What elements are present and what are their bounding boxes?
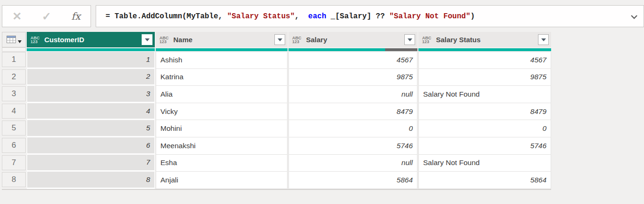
column-header-label: Salary bbox=[306, 36, 327, 44]
formula-action-box: ✕ ✓ fx bbox=[2, 5, 91, 27]
row-number[interactable]: 1 bbox=[2, 52, 26, 69]
quality-bar-name bbox=[156, 48, 288, 51]
cell-salary[interactable]: 9875 bbox=[288, 69, 417, 86]
datatype-123: 123 bbox=[159, 40, 167, 44]
filter-chevron-icon bbox=[408, 38, 412, 41]
table-bottom-edge bbox=[2, 189, 551, 190]
cell-salary-status[interactable]: 0 bbox=[418, 120, 551, 137]
cell-salary[interactable]: null bbox=[288, 86, 417, 103]
datatype-any-icon[interactable]: ABC123 bbox=[292, 36, 302, 44]
table-row: 7 7 Esha null Salary Not Found bbox=[2, 155, 551, 172]
cell-name[interactable]: Katrina bbox=[156, 69, 288, 86]
row-number[interactable]: 3 bbox=[2, 86, 26, 103]
formula-input[interactable]: = Table.AddColumn(MyTable, "Salary Statu… bbox=[96, 5, 644, 27]
cell-salary[interactable]: 4567 bbox=[288, 52, 417, 69]
cell-customerid[interactable]: 6 bbox=[27, 137, 155, 155]
column-header-salary-status[interactable]: ABC123 Salary Status bbox=[418, 32, 551, 47]
filter-chevron-icon bbox=[541, 38, 546, 41]
table-menu-button[interactable] bbox=[2, 32, 26, 47]
cell-name[interactable]: Vicky bbox=[156, 103, 288, 121]
column-header-name[interactable]: ABC123 Name bbox=[156, 32, 288, 47]
table-row: 5 5 Mohini 0 0 bbox=[2, 120, 551, 137]
datatype-any-icon[interactable]: ABC123 bbox=[30, 36, 40, 44]
cell-name[interactable]: Meenakshi bbox=[156, 137, 288, 155]
gutter-quality-stub bbox=[2, 47, 26, 52]
table-row: 2 2 Katrina 9875 9875 bbox=[2, 69, 551, 86]
cell-name[interactable]: Alia bbox=[156, 86, 288, 103]
formula-string-literal: "Salary Status" bbox=[227, 12, 295, 21]
quality-bar-customerid bbox=[27, 48, 155, 51]
row-number[interactable]: 2 bbox=[2, 69, 26, 86]
column-header-salary[interactable]: ABC123 Salary bbox=[288, 32, 417, 47]
formula-code: = Table.AddColumn(MyTable, bbox=[106, 12, 227, 21]
table-row: 8 8 Anjali 5864 5864 bbox=[2, 172, 551, 189]
cell-name[interactable]: Ashish bbox=[156, 52, 288, 69]
formula-code: _[Salary] ?? bbox=[326, 12, 389, 21]
cell-customerid[interactable]: 2 bbox=[27, 69, 155, 86]
cell-salary-status[interactable]: 8479 bbox=[418, 103, 551, 121]
formula-expander-chevron-down-icon[interactable] bbox=[629, 12, 639, 22]
quality-bar-salary-status bbox=[418, 48, 551, 51]
formula-code: , bbox=[295, 12, 308, 21]
quality-bar-salary bbox=[288, 48, 417, 51]
table-menu-chevron-icon bbox=[18, 40, 22, 43]
cell-salary-status[interactable]: 5746 bbox=[418, 137, 551, 155]
cell-customerid[interactable]: 3 bbox=[27, 86, 155, 103]
column-header-label: Name bbox=[174, 36, 193, 44]
cell-name[interactable]: Esha bbox=[156, 155, 288, 172]
cell-salary[interactable]: null bbox=[288, 155, 417, 172]
filter-dropdown-button[interactable] bbox=[274, 34, 285, 45]
cell-customerid[interactable]: 4 bbox=[27, 103, 155, 121]
cell-name[interactable]: Mohini bbox=[156, 120, 288, 137]
filter-dropdown-button[interactable] bbox=[142, 34, 152, 45]
column-header-label: Salary Status bbox=[436, 36, 481, 44]
cell-salary[interactable]: 8479 bbox=[288, 103, 417, 121]
filter-chevron-icon bbox=[278, 38, 282, 41]
cell-salary[interactable]: 5746 bbox=[288, 137, 417, 155]
column-header-customerid[interactable]: ABC123 CustomerID bbox=[27, 32, 155, 47]
cell-salary-status[interactable]: 5864 bbox=[418, 172, 551, 189]
cancel-formula-icon[interactable]: ✕ bbox=[12, 10, 22, 23]
table-row: 4 4 Vicky 8479 8479 bbox=[2, 103, 551, 121]
data-preview-grid: 1 1 Ashish 4567 4567 2 2 Katrina 9875 98… bbox=[2, 52, 551, 189]
formula-string-literal: "Salary Not Found" bbox=[389, 12, 470, 21]
filter-chevron-icon bbox=[145, 38, 150, 41]
filter-dropdown-button[interactable] bbox=[538, 34, 549, 45]
cell-salary[interactable]: 5864 bbox=[288, 172, 417, 189]
row-number[interactable]: 7 bbox=[2, 155, 26, 172]
cell-salary[interactable]: 0 bbox=[288, 120, 417, 137]
datatype-123: 123 bbox=[292, 40, 299, 44]
table-icon bbox=[7, 36, 17, 44]
cell-salary-status[interactable]: 4567 bbox=[418, 52, 551, 69]
cell-customerid[interactable]: 5 bbox=[27, 120, 155, 137]
fx-icon[interactable]: fx bbox=[71, 11, 81, 22]
cell-customerid[interactable]: 7 bbox=[27, 155, 155, 172]
datatype-123: 123 bbox=[422, 40, 429, 44]
cell-salary-status[interactable]: Salary Not Found bbox=[418, 155, 551, 172]
row-number[interactable]: 6 bbox=[2, 137, 26, 155]
datatype-any-icon[interactable]: ABC123 bbox=[422, 36, 432, 44]
table-row: 1 1 Ashish 4567 4567 bbox=[2, 52, 551, 69]
cell-customerid[interactable]: 1 bbox=[27, 52, 155, 69]
formula-keyword: each bbox=[308, 12, 326, 21]
cell-salary-status[interactable]: 9875 bbox=[418, 69, 551, 86]
row-number[interactable]: 4 bbox=[2, 103, 26, 121]
row-number[interactable]: 5 bbox=[2, 120, 26, 137]
row-number[interactable]: 8 bbox=[2, 172, 26, 189]
confirm-formula-icon[interactable]: ✓ bbox=[42, 10, 51, 23]
table-row: 6 6 Meenakshi 5746 5746 bbox=[2, 137, 551, 155]
cell-name[interactable]: Anjali bbox=[156, 172, 288, 189]
filter-dropdown-button[interactable] bbox=[404, 34, 415, 45]
formula-code: ) bbox=[470, 12, 475, 21]
power-query-editor: ✕ ✓ fx = Table.AddColumn(MyTable, "Salar… bbox=[0, 0, 644, 204]
formula-text[interactable]: = Table.AddColumn(MyTable, "Salary Statu… bbox=[96, 12, 475, 21]
table-row: 3 3 Alia null Salary Not Found bbox=[2, 86, 551, 103]
datatype-123: 123 bbox=[30, 40, 38, 44]
column-header-label: CustomerID bbox=[45, 36, 84, 44]
datatype-any-icon[interactable]: ABC123 bbox=[159, 36, 169, 44]
cell-salary-status[interactable]: Salary Not Found bbox=[418, 86, 551, 103]
cell-customerid[interactable]: 8 bbox=[27, 172, 155, 189]
